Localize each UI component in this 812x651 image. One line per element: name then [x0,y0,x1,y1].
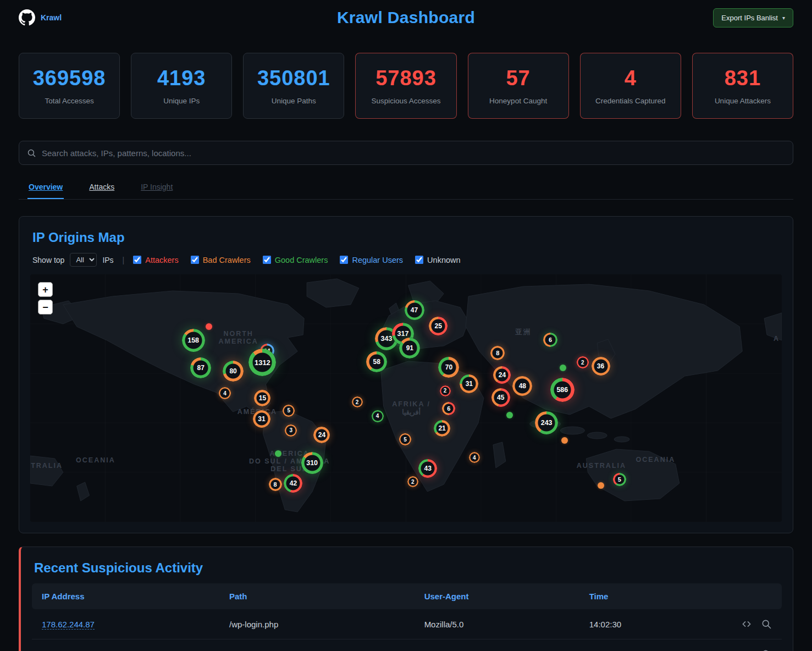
stat-value: 369598 [33,67,106,90]
column-header-user-agent[interactable]: User-Agent [415,583,579,609]
inspect-ip-icon[interactable] [761,619,772,630]
map-marker[interactable]: 1312 [248,349,276,376]
map-marker[interactable]: 91 [399,338,420,358]
map-marker[interactable]: 80 [223,361,244,382]
map-marker[interactable]: 2 [407,476,418,487]
marker-count: 45 [497,394,504,401]
marker-count: 91 [406,344,413,352]
checkbox-regular-users[interactable] [340,256,348,264]
map-marker[interactable]: 5 [283,405,295,417]
map-marker[interactable]: 586 [550,378,575,402]
stat-card-total-accesses: 369598Total Accesses [19,53,120,119]
map-marker[interactable]: 42 [284,474,302,493]
map-marker[interactable]: 4 [372,410,384,422]
show-top-select[interactable]: All [70,253,97,267]
inspect-ip-icon[interactable] [761,649,772,651]
legend-toggle-regular-users[interactable]: Regular Users [340,256,403,264]
tab-overview[interactable]: Overview [27,177,64,199]
marker-count: 24 [499,371,506,379]
checkbox-good-crawlers[interactable] [263,256,271,264]
map-marker[interactable]: 310 [301,452,323,474]
controls-separator: | [123,256,125,264]
view-payload-icon[interactable] [741,619,752,630]
map-marker[interactable]: 2 [352,396,363,407]
export-banlist-button[interactable]: Export IPs Banlist ▾ [713,8,793,27]
map-marker[interactable]: 31 [253,410,270,428]
activity-panel: Recent Suspicious Activity IP AddressPat… [19,547,793,651]
marker-count: 80 [229,367,236,375]
legend-label: Good Crawlers [275,256,328,264]
map-marker[interactable]: 87 [190,357,211,378]
column-header-path[interactable]: Path [219,583,415,609]
github-logo-icon [19,9,35,26]
map-marker[interactable]: 2 [577,356,589,368]
map-marker[interactable]: 21 [434,420,450,437]
legend-toggle-attackers[interactable]: Attackers [133,256,178,264]
marker-count: 3 [290,427,293,433]
legend-toggle-unknown[interactable]: Unknown [415,256,460,264]
map-marker[interactable] [598,482,604,489]
ip-address-link[interactable]: 178.62.244.87 [42,620,95,630]
column-header-time[interactable]: Time [579,583,707,609]
stat-card-credentials-captured: 4Credentials Captured [580,53,681,119]
map-marker[interactable]: 43 [418,459,437,478]
stat-label: Suspicious Accesses [371,97,440,105]
zoom-out-button[interactable]: − [38,300,53,315]
tab-bar: OverviewAttacksIP Insight [19,177,793,200]
map-marker[interactable]: 48 [512,376,532,396]
map-marker[interactable] [560,365,566,371]
row-actions [717,649,772,651]
map-marker[interactable]: 47 [405,300,424,320]
zoom-in-button[interactable]: + [38,282,53,297]
map-marker[interactable]: 25 [429,317,448,335]
map-marker[interactable]: 15 [254,390,270,406]
map-marker[interactable] [561,437,568,444]
stat-card-honeypot-caught: 57Honeypot Caught [468,53,569,119]
checkbox-unknown[interactable] [415,256,423,264]
stat-label: Credentials Captured [595,97,666,105]
map-marker[interactable]: 2 [440,385,451,396]
map-marker[interactable]: 70 [438,357,459,378]
legend-label: Attackers [145,256,178,264]
marker-count: 47 [411,306,418,314]
map-marker[interactable]: 8 [490,346,505,360]
map-marker[interactable]: 158 [182,329,205,352]
checkbox-bad-crawlers[interactable] [191,256,199,264]
tab-ip-insight[interactable]: IP Insight [140,177,174,199]
marker-count: 21 [438,424,445,432]
map-marker[interactable]: 4 [469,452,480,463]
stat-label: Total Accesses [45,97,93,105]
search-input[interactable] [42,148,785,158]
brand[interactable]: Krawl [19,9,62,26]
map-marker[interactable]: 8 [269,478,282,491]
map-marker[interactable]: 4 [219,387,231,399]
column-header-ip-address[interactable]: IP Address [32,583,219,609]
map-marker[interactable]: 45 [491,388,510,407]
map-marker[interactable] [506,412,513,418]
world-map[interactable]: NORTH AMERICAAMÉRICAAMERICA DO SUL / AMÉ… [30,274,782,522]
map-marker[interactable]: 58 [366,351,387,372]
checkbox-attackers[interactable] [133,256,141,264]
map-marker[interactable]: 6 [543,333,557,347]
map-marker[interactable] [275,450,281,457]
map-marker[interactable]: 3 [285,424,297,437]
marker-count: 4 [376,413,379,419]
stat-value: 4193 [157,67,206,90]
search-bar[interactable] [19,141,793,165]
map-zoom-controls: + − [38,282,53,315]
legend-label: Unknown [427,256,460,264]
legend-toggle-bad-crawlers[interactable]: Bad Crawlers [191,256,251,264]
map-legend: AttackersBad CrawlersGood CrawlersRegula… [133,256,460,264]
map-marker[interactable]: 36 [592,357,610,376]
map-marker[interactable]: 24 [493,366,511,384]
map-marker[interactable]: 24 [313,427,330,443]
legend-toggle-good-crawlers[interactable]: Good Crawlers [263,256,328,264]
map-marker[interactable]: 243 [535,411,558,434]
map-marker[interactable]: 5 [399,433,411,445]
map-marker[interactable] [206,323,212,330]
view-payload-icon[interactable] [741,649,752,651]
map-marker[interactable]: 5 [613,473,626,486]
map-marker[interactable]: 31 [460,374,478,393]
tab-attacks[interactable]: Attacks [88,177,115,199]
map-marker[interactable]: 6 [442,402,455,415]
